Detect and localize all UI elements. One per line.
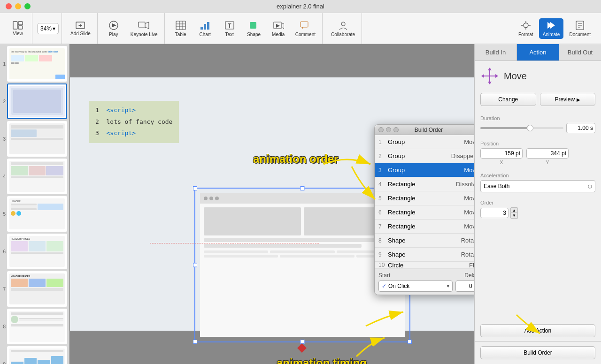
media-button[interactable]: Media xyxy=(267,18,290,39)
slide-number-2: 2 xyxy=(2,99,6,104)
bo-item-4[interactable]: 4 Rectangle Dissolve xyxy=(375,177,474,191)
slide-thumb-1[interactable]: the easy way to find out what some inlin… xyxy=(7,46,67,82)
chart-label: Chart xyxy=(199,32,210,37)
svg-point-25 xyxy=(524,23,528,28)
shape-button[interactable]: Shape xyxy=(243,18,265,39)
bo-item-6[interactable]: 6 Rectangle Move xyxy=(375,205,474,220)
svg-marker-31 xyxy=(550,22,555,29)
bo-item-9[interactable]: 9 Shape Rotate xyxy=(375,248,474,262)
add-slide-label: Add Slide xyxy=(70,31,91,36)
annotation-order-arrow xyxy=(319,150,375,178)
tab-build-out[interactable]: Build Out xyxy=(559,44,601,61)
annotation-timing-arrow xyxy=(352,333,389,361)
minimize-button[interactable] xyxy=(15,3,21,9)
delay-value-display: 0 s xyxy=(455,281,474,292)
toolbar-group-collaborate: Collaborate xyxy=(324,13,362,44)
keynote-live-button[interactable]: Keynote Live xyxy=(127,18,162,39)
close-button[interactable] xyxy=(6,3,12,9)
bo-item-10[interactable]: 10 Circle Flip xyxy=(375,262,474,269)
svg-rect-1 xyxy=(18,22,23,25)
y-value: 344 pt xyxy=(551,150,566,157)
preview-button[interactable]: Preview ▶ xyxy=(540,93,596,106)
order-stepper: ▲ ▼ xyxy=(510,207,518,219)
change-button[interactable]: Change xyxy=(480,93,536,106)
animate-button[interactable]: Animate xyxy=(539,18,564,39)
canvas-area[interactable]: 1 <script> 2 lots of fancy code 3 <scrip… xyxy=(69,44,474,364)
slide-thumb-8[interactable] xyxy=(7,309,67,344)
order-value: 3 xyxy=(503,210,506,216)
play-label: Play xyxy=(109,32,118,37)
play-button[interactable]: Play xyxy=(102,18,125,39)
move-title: Move xyxy=(504,71,527,82)
preview-label: Preview xyxy=(555,96,575,103)
diamond-handle[interactable] xyxy=(297,343,307,353)
annotation-timing: animation timing xyxy=(277,356,367,364)
build-order-bottom-button[interactable]: Build Order xyxy=(480,346,595,359)
bo-close[interactable] xyxy=(378,127,384,132)
order-input[interactable]: 3 xyxy=(480,208,509,218)
toolbar-group-insert: Table Chart T Text Shape Media Comment xyxy=(167,13,323,44)
bo-item-2[interactable]: 2 Group Disappear xyxy=(375,149,474,163)
duration-input[interactable]: 1.00 s xyxy=(566,123,595,133)
toolbar-group-format-animate: Format Animate Document xyxy=(512,13,597,44)
table-label: Table xyxy=(175,32,186,37)
format-button[interactable]: Format xyxy=(515,18,537,39)
slide-thumb-2[interactable] xyxy=(7,83,67,119)
zoom-value: 34% xyxy=(40,25,52,32)
svg-marker-7 xyxy=(112,23,116,27)
zoom-control[interactable]: 34% ▾ xyxy=(37,23,59,34)
view-button[interactable]: View xyxy=(7,19,29,38)
table-button[interactable]: Table xyxy=(170,18,192,39)
comment-button[interactable]: Comment xyxy=(292,18,319,39)
delay-value: 0 s xyxy=(469,283,474,289)
text-button[interactable]: T Text xyxy=(218,18,241,39)
bo-item-5[interactable]: 5 Rectangle Move xyxy=(375,191,474,205)
slide-thumb-6[interactable]: HEADER PRICES xyxy=(7,234,67,269)
collaborate-button[interactable]: Collaborate xyxy=(327,18,359,39)
maximize-button[interactable] xyxy=(24,3,31,9)
bo-minimize[interactable] xyxy=(386,127,391,132)
document-button[interactable]: Document xyxy=(565,18,594,39)
order-spin: 3 ▲ ▼ xyxy=(480,207,595,219)
bo-item-3[interactable]: 3 Group Move xyxy=(375,163,474,177)
acceleration-value: Ease Both xyxy=(484,183,509,190)
svg-point-24 xyxy=(341,22,345,26)
bo-item-7[interactable]: 7 Rectangle Move xyxy=(375,220,474,234)
build-order-bottom-label: Build Order xyxy=(524,349,552,356)
slide-thumb-7[interactable]: HEADER PRICES xyxy=(7,271,67,307)
tab-build-in[interactable]: Build In xyxy=(475,44,517,61)
order-up-button[interactable]: ▲ xyxy=(510,207,518,213)
order-down-button[interactable]: ▼ xyxy=(510,213,518,219)
slide-thumb-9[interactable] xyxy=(7,346,67,364)
build-order-titlebar: Build Order xyxy=(375,125,474,135)
slide-thumb-3[interactable] xyxy=(7,121,67,157)
svg-marker-44 xyxy=(481,74,484,78)
bo-traffic-lights xyxy=(378,127,399,132)
bo-item-1[interactable]: 1 Group Move xyxy=(375,135,474,149)
x-value: 159 pt xyxy=(505,150,520,157)
svg-rect-22 xyxy=(300,22,308,27)
move-icon xyxy=(480,67,499,85)
checkmark-icon: ✓ xyxy=(382,283,386,289)
x-input[interactable]: 159 pt xyxy=(480,148,523,159)
y-input[interactable]: 344 pt xyxy=(526,148,569,159)
chart-button[interactable]: Chart xyxy=(194,18,216,39)
toolbar-group-zoom: 34% ▾ xyxy=(34,13,62,44)
slide-number-1: 1 xyxy=(2,61,6,67)
svg-rect-19 xyxy=(250,22,256,29)
bo-item-8[interactable]: 8 Shape Rotate xyxy=(375,234,474,248)
tab-action[interactable]: Action xyxy=(517,44,559,61)
slide-thumb-4[interactable] xyxy=(7,159,67,194)
code-block: 1 <script> 2 lots of fancy code 3 <scrip… xyxy=(89,101,179,143)
duration-slider[interactable] xyxy=(480,127,563,129)
add-action-button[interactable]: Add Action xyxy=(480,324,595,337)
action-label: Action xyxy=(529,49,546,56)
main-layout: 1 the easy way to find out what some inl… xyxy=(0,44,601,364)
dashed-line xyxy=(150,243,319,243)
slide-thumb-5[interactable]: HEADER xyxy=(7,196,67,232)
slide-panel: 1 the easy way to find out what some inl… xyxy=(0,44,69,364)
acceleration-select[interactable]: Ease Both ⬡ xyxy=(480,180,595,192)
start-dropdown-trigger[interactable]: ✓ On Click ▾ xyxy=(378,281,453,292)
bo-maximize[interactable] xyxy=(393,127,399,132)
add-slide-button[interactable]: Add Slide xyxy=(67,19,94,38)
